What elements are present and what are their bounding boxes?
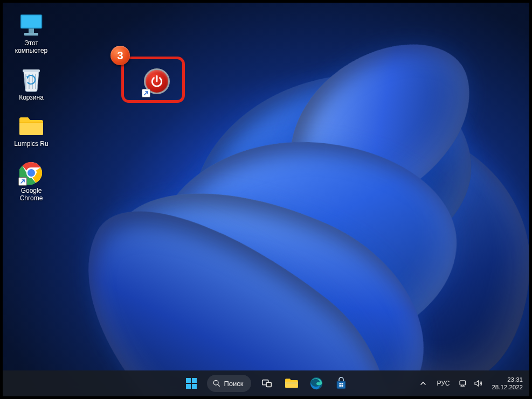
volume-icon xyxy=(473,379,483,388)
file-explorer-icon xyxy=(285,377,299,390)
svg-rect-1 xyxy=(22,16,41,27)
svg-rect-2 xyxy=(29,29,34,33)
taskbar-pinned-explorer[interactable] xyxy=(280,373,303,394)
start-button[interactable] xyxy=(179,373,202,394)
language-indicator[interactable]: РУС xyxy=(434,377,452,389)
chrome-icon xyxy=(18,160,44,186)
svg-rect-18 xyxy=(341,383,343,384)
taskbar-pinned-edge[interactable] xyxy=(305,373,328,394)
desktop-icon-label: Этот компьютер xyxy=(15,39,48,55)
network-icon xyxy=(458,379,468,388)
taskbar-search-label: Поиск xyxy=(224,380,243,388)
tray-overflow-button[interactable] xyxy=(416,373,430,394)
taskbar-pinned-store[interactable] xyxy=(330,373,353,394)
svg-rect-9 xyxy=(191,378,196,383)
svg-rect-10 xyxy=(185,384,190,389)
taskbar-task-view[interactable] xyxy=(255,373,278,394)
task-view-icon xyxy=(261,377,273,389)
taskbar: Поиск xyxy=(3,370,529,396)
search-icon xyxy=(212,379,220,388)
desktop-icon-chrome[interactable]: Google Chrome xyxy=(10,160,52,202)
system-tray-quick-settings[interactable] xyxy=(456,379,485,388)
taskbar-clock[interactable]: 23:31 28.12.2022 xyxy=(489,375,525,393)
svg-rect-17 xyxy=(339,383,341,384)
windows-logo-icon xyxy=(184,377,197,390)
desktop-icon-label: Google Chrome xyxy=(20,187,43,202)
svg-rect-21 xyxy=(460,381,466,385)
svg-rect-4 xyxy=(23,69,40,72)
desktop-icon-this-pc[interactable]: Этот компьютер xyxy=(10,12,52,55)
svg-rect-11 xyxy=(191,384,196,389)
clock-time: 23:31 xyxy=(492,376,523,383)
chevron-up-icon xyxy=(420,380,426,387)
monitor-icon xyxy=(18,12,44,38)
annotation-step-badge: 3 xyxy=(110,46,130,65)
desktop-icon-label: Корзина xyxy=(19,94,44,101)
wallpaper xyxy=(3,3,529,396)
store-icon xyxy=(335,377,348,390)
svg-rect-8 xyxy=(185,378,190,383)
desktop-icon-folder-lumpics[interactable]: Lumpics Ru xyxy=(10,113,52,148)
desktop-icon-recycle-bin[interactable]: Корзина xyxy=(10,67,52,101)
shortcut-overlay-icon xyxy=(18,177,27,186)
svg-rect-19 xyxy=(339,385,341,387)
clock-date: 28.12.2022 xyxy=(492,383,523,391)
svg-rect-20 xyxy=(341,385,343,387)
svg-rect-14 xyxy=(266,382,271,387)
recycle-bin-icon xyxy=(18,67,44,93)
folder-icon xyxy=(18,113,44,139)
desktop-icon-label: Lumpics Ru xyxy=(14,140,48,148)
edge-icon xyxy=(309,376,323,390)
taskbar-search[interactable]: Поиск xyxy=(206,375,251,392)
svg-point-7 xyxy=(27,169,35,177)
annotation-highlight-box xyxy=(121,57,185,103)
svg-rect-3 xyxy=(24,33,38,36)
